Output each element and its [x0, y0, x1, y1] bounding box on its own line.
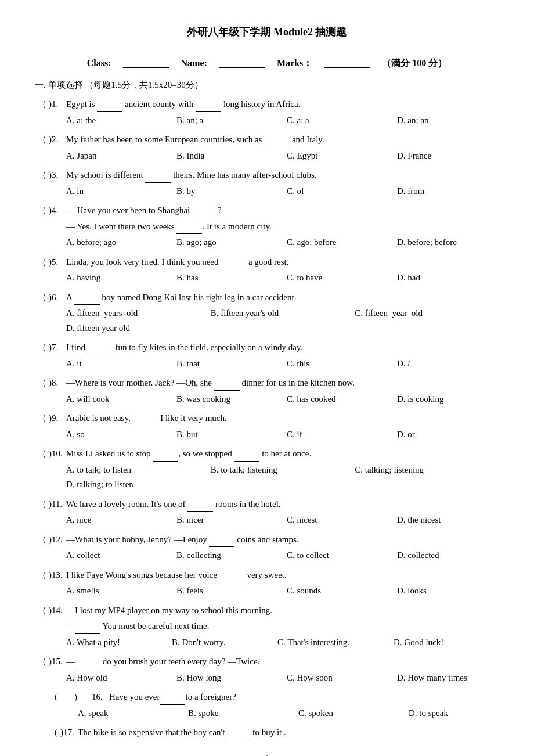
- q2-paren: （: [35, 132, 49, 147]
- q8-paren: （: [35, 376, 49, 391]
- q7-optC: C. this: [287, 357, 397, 372]
- q15-num: )15.: [49, 654, 66, 669]
- q7-optB: B. that: [176, 357, 287, 372]
- q14-optD: D. Good luck!: [394, 635, 499, 650]
- q8-text: —Where is your mother, Jack? —Oh, she di…: [66, 376, 499, 391]
- q1-optA: A. a; the: [66, 113, 176, 128]
- q15-optB: B. How long: [176, 671, 287, 686]
- question-15: （ )15. — do you brush your teeth every d…: [35, 654, 499, 685]
- q11-text: We have a lovely room. It's one of rooms…: [66, 497, 499, 512]
- q8-optC: C. has cooked: [287, 392, 397, 407]
- q4-text: — Have you ever been to Shanghai ?: [66, 203, 499, 218]
- class-label: Class:: [87, 55, 111, 71]
- q12-optD: D. collected: [397, 548, 507, 563]
- q8-num: )8.: [49, 376, 66, 391]
- q14-text2: — You must be careful next time.: [66, 619, 499, 634]
- q14-optC: C. That's interesting.: [277, 635, 394, 650]
- q16-optB: B. spoke: [188, 706, 298, 721]
- q7-num: )7.: [49, 340, 66, 355]
- q16-paren: （: [46, 690, 60, 705]
- q9-num: )9.: [49, 411, 66, 426]
- question-16: （ ) 16. Have you everto a foreigner? A. …: [35, 690, 499, 721]
- q9-optA: A. so: [66, 427, 176, 442]
- q3-num: )3.: [49, 168, 66, 183]
- q15-paren: （: [35, 654, 49, 669]
- q9-optB: B. but: [176, 427, 287, 442]
- q2-text: My father has been to some European coun…: [66, 132, 499, 147]
- q7-paren: （: [35, 340, 49, 355]
- q14-paren: （: [35, 603, 49, 618]
- q15-optC: C. How soon: [287, 671, 397, 686]
- question-11: （ )11. We have a lovely room. It's one o…: [35, 497, 499, 528]
- q13-text: I like Faye Wong's songs because her voi…: [66, 568, 499, 583]
- q13-num: )13.: [49, 568, 66, 583]
- q10-optC: C. talking; listening: [355, 463, 499, 478]
- q12-optA: A. collect: [66, 548, 176, 563]
- q1-optC: C. a; a: [287, 113, 397, 128]
- q14-num: )14.: [49, 603, 66, 618]
- q3-text: My school is different theirs. Mine has …: [66, 168, 499, 183]
- q3-paren: （: [35, 168, 49, 183]
- section1-title: 一. 单项选择 （每题1.5分，共1.5x20=30分）: [35, 78, 499, 93]
- q11-num: )11.: [49, 497, 66, 512]
- q4-optD: D. before; before: [397, 235, 507, 250]
- q15-optD: D. How many times: [397, 671, 507, 686]
- q3-optA: A. in: [66, 184, 176, 199]
- q6-text: A boy named Dong Kai lost his right leg …: [66, 290, 499, 305]
- q6-optB: B. fifteen year's old: [211, 306, 355, 321]
- question-5: （ )5. Linda, you look very tired. I thin…: [35, 255, 499, 286]
- q4-text2: — Yes. I went there two weeks . It is a …: [66, 219, 499, 235]
- q7-text: I find fun to fly kites in the field, es…: [66, 340, 499, 355]
- q7-optD: D. /: [397, 357, 507, 372]
- q13-optD: D. looks: [397, 584, 507, 599]
- q3-optC: C. of: [287, 184, 397, 199]
- q11-optA: A. nice: [66, 513, 176, 528]
- question-14: （ )14. —I lost my MP4 player on my way t…: [35, 603, 499, 650]
- question-2: （ )2. My father has been to some Europea…: [35, 132, 499, 163]
- q12-optB: B. collecting: [176, 548, 287, 563]
- q10-optA: A. to talk; to listen: [66, 463, 211, 478]
- q9-optD: D. or: [397, 427, 507, 442]
- q6-optC: C. fifteen–year–old: [355, 306, 499, 321]
- q16-optD: D. to speak: [409, 706, 519, 721]
- q1-optB: B. an; a: [176, 113, 287, 128]
- q11-optB: B. nicer: [176, 513, 287, 528]
- q5-num: )5.: [49, 255, 66, 270]
- question-17: （ )17. The bike is so expensive that the…: [35, 725, 499, 740]
- question-3: （ )3. My school is different theirs. Min…: [35, 168, 499, 199]
- q10-text: Miss Li asked us to stop , so we stopped…: [66, 447, 499, 462]
- name-label: Name:: [181, 55, 207, 71]
- q13-optC: C. sounds: [287, 584, 397, 599]
- q13-optB: B. feels: [176, 584, 287, 599]
- q14-optB: B. Don't worry.: [172, 635, 277, 650]
- q12-paren: （: [35, 532, 49, 548]
- q4-paren: （: [35, 203, 49, 218]
- question-7: （ )7. I find fun to fly kites in the fie…: [35, 340, 499, 371]
- q10-num: )10.: [49, 447, 66, 462]
- question-10: （ )10. Miss Li asked us to stop , so we …: [35, 447, 499, 492]
- q12-optC: C. to collect: [287, 548, 397, 563]
- q1-paren: （: [35, 97, 49, 112]
- q6-paren: （: [35, 290, 49, 305]
- q10-optD: D. talking; to listen: [66, 477, 499, 492]
- name-blank: [219, 57, 265, 68]
- question-8: （ )8. —Where is your mother, Jack? —Oh, …: [35, 376, 499, 406]
- q9-text: Arabic is not easy, I like it very much.: [66, 411, 499, 426]
- q2-optD: D. France: [397, 149, 507, 164]
- q2-num: )2.: [49, 132, 66, 147]
- question-9: （ )9. Arabic is not easy, I like it very…: [35, 411, 499, 442]
- q4-optC: C. ago; before: [287, 235, 397, 250]
- question-13: （ )13. I like Faye Wong's songs because …: [35, 568, 499, 599]
- q8-optD: D. is cooking: [397, 392, 507, 407]
- q11-paren: （: [35, 497, 49, 512]
- full-marks: （满分 100 分）: [382, 55, 447, 71]
- q13-optA: A. smells: [66, 584, 176, 599]
- marks-blank: [324, 57, 370, 68]
- page-title: 外研八年级下学期 Module2 抽测题: [35, 23, 499, 41]
- question-12: （ )12. —What is your hobby, Jenny? —I en…: [35, 532, 499, 563]
- q15-optA: A. How old: [66, 671, 176, 686]
- question-4: （ )4. — Have you ever been to Shanghai ?…: [35, 203, 499, 250]
- q1-optD: D. an; an: [397, 113, 507, 128]
- q12-num: )12.: [49, 532, 66, 548]
- q2-optA: A. Japan: [66, 149, 176, 164]
